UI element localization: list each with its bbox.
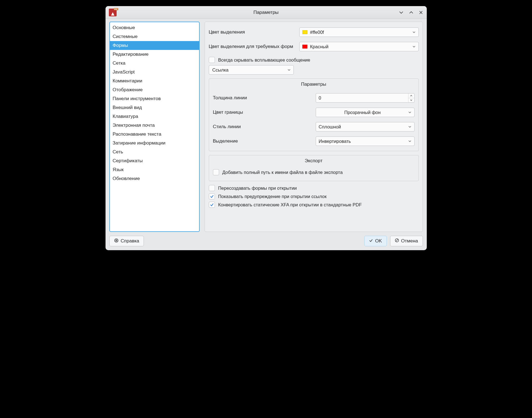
chevron-down-icon xyxy=(287,68,291,72)
content-panel: Цвет выделения #ffe00f Цвет выделения дл… xyxy=(205,22,423,232)
highlight-mode-value: Инвертировать xyxy=(319,139,351,144)
hide-popup-label: Всегда скрывать всплывающее сообщение xyxy=(218,57,310,63)
convert-xfa-checkbox[interactable] xyxy=(209,202,215,208)
chevron-down-icon xyxy=(408,111,411,114)
row-export-fullpath: Добавить полный путь к имени файла в фай… xyxy=(213,169,415,175)
row-border-color: Цвет границы Прозрачный фон xyxy=(213,108,415,117)
settings-window: Параметры Основные Системные Формы Редак… xyxy=(106,6,427,250)
app-icon xyxy=(109,9,117,16)
minimize-icon[interactable] xyxy=(399,10,403,15)
window-title: Параметры xyxy=(106,10,427,15)
sidebar-item-redaction[interactable]: Затирание информации xyxy=(110,139,199,148)
dialog-footer: Справка OK Отмена xyxy=(106,232,427,250)
sidebar-item-forms[interactable]: Формы xyxy=(110,41,199,50)
chevron-down-icon xyxy=(408,140,411,143)
help-label: Справка xyxy=(121,238,139,244)
dialog-body: Основные Системные Формы Редактирование … xyxy=(106,19,427,232)
sidebar-item-editing[interactable]: Редактирование xyxy=(110,50,199,59)
ok-button[interactable]: OK xyxy=(364,236,387,246)
close-icon[interactable] xyxy=(419,11,423,14)
sidebar-item-language[interactable]: Язык xyxy=(110,165,199,174)
step-up-icon[interactable] xyxy=(408,93,414,98)
parameters-group: Параметры Толщина линии 0 Цвет границы xyxy=(209,78,419,151)
sidebar-item-toolbars[interactable]: Панели инструментов xyxy=(110,94,199,103)
recreate-on-open-checkbox[interactable] xyxy=(209,185,215,191)
parameters-group-title: Параметры xyxy=(213,79,415,91)
line-style-combo[interactable]: Сплошной xyxy=(316,122,415,131)
export-group-title: Экспорт xyxy=(213,156,415,168)
sidebar-item-display[interactable]: Отображение xyxy=(110,85,199,94)
required-highlight-label: Цвет выделения для требуемых форм xyxy=(209,44,297,49)
recreate-on-open-label: Пересоздавать формы при открытии xyxy=(218,186,297,191)
sidebar: Основные Системные Формы Редактирование … xyxy=(109,22,200,232)
help-icon xyxy=(114,238,119,244)
warn-links-label: Показывать предупреждение при открытии с… xyxy=(218,194,327,199)
link-type-value: Ссылка xyxy=(212,67,229,73)
sidebar-item-javascript[interactable]: JavaScript xyxy=(110,68,199,77)
sidebar-item-comments[interactable]: Комментарии xyxy=(110,77,199,85)
cancel-icon xyxy=(395,238,399,244)
ok-label: OK xyxy=(375,238,382,244)
window-controls xyxy=(399,10,423,15)
export-fullpath-label: Добавить полный путь к имени файла в фай… xyxy=(222,170,343,175)
border-color-combo[interactable]: Прозрачный фон xyxy=(316,108,415,117)
link-type-combo[interactable]: Ссылка xyxy=(209,65,294,75)
hide-popup-checkbox[interactable] xyxy=(209,57,215,63)
sidebar-item-appearance[interactable]: Внешний вид xyxy=(110,103,199,112)
sidebar-item-system[interactable]: Системные xyxy=(110,32,199,41)
row-required-highlight: Цвет выделения для требуемых форм Красны… xyxy=(209,42,419,51)
sidebar-item-update[interactable]: Обновление xyxy=(110,174,199,183)
row-highlight-color: Цвет выделения #ffe00f xyxy=(209,27,419,37)
step-down-icon[interactable] xyxy=(408,98,414,103)
titlebar: Параметры xyxy=(106,6,427,19)
sidebar-item-keyboard[interactable]: Клавиатура xyxy=(110,112,199,121)
line-style-value: Сплошной xyxy=(319,124,341,130)
maximize-icon[interactable] xyxy=(409,10,413,15)
line-width-stepper xyxy=(408,93,414,102)
highlight-mode-combo[interactable]: Инвертировать xyxy=(316,136,415,146)
required-highlight-swatch xyxy=(302,45,307,49)
highlight-color-swatch xyxy=(302,30,307,34)
required-highlight-value: Красный xyxy=(310,44,328,49)
sidebar-item-network[interactable]: Сеть xyxy=(110,148,199,156)
chevron-down-icon xyxy=(412,45,416,48)
line-width-label: Толщина линии xyxy=(213,95,313,101)
row-line-style: Стиль линии Сплошной xyxy=(213,122,415,131)
sidebar-item-certificates[interactable]: Сертификаты xyxy=(110,156,199,165)
required-highlight-combo[interactable]: Красный xyxy=(299,42,419,51)
sidebar-item-email[interactable]: Электронная почта xyxy=(110,121,199,130)
check-icon xyxy=(369,238,373,244)
row-warn-links: Показывать предупреждение при открытии с… xyxy=(209,193,419,199)
highlight-color-value: #ffe00f xyxy=(310,30,324,35)
line-width-value: 0 xyxy=(319,95,321,101)
convert-xfa-label: Конвертировать статические XFA при откры… xyxy=(218,202,362,207)
cancel-label: Отмена xyxy=(401,238,418,244)
row-convert-xfa: Конвертировать статические XFA при откры… xyxy=(209,202,419,208)
highlight-mode-label: Выделение xyxy=(213,138,313,144)
border-color-value: Прозрачный фон xyxy=(344,110,381,115)
chevron-down-icon xyxy=(408,125,411,128)
highlight-color-label: Цвет выделения xyxy=(209,29,297,35)
export-group: Экспорт Добавить полный путь к имени фай… xyxy=(209,155,419,181)
help-button[interactable]: Справка xyxy=(109,236,144,246)
export-fullpath-checkbox[interactable] xyxy=(213,169,219,175)
footer-right-group: OK Отмена xyxy=(364,236,423,246)
row-line-width: Толщина линии 0 xyxy=(213,93,415,103)
warn-links-checkbox[interactable] xyxy=(209,193,215,199)
row-hide-popup: Всегда скрывать всплывающее сообщение xyxy=(209,57,419,63)
sidebar-item-general[interactable]: Основные xyxy=(110,23,199,32)
sidebar-item-grid[interactable]: Сетка xyxy=(110,59,199,68)
line-style-label: Стиль линии xyxy=(213,124,313,130)
line-width-input[interactable]: 0 xyxy=(316,93,415,103)
row-highlight-mode: Выделение Инвертировать xyxy=(213,136,415,146)
sidebar-item-ocr[interactable]: Распознавание текста xyxy=(110,130,199,139)
row-recreate-on-open: Пересоздавать формы при открытии xyxy=(209,185,419,191)
svg-line-2 xyxy=(396,239,398,242)
highlight-color-combo[interactable]: #ffe00f xyxy=(299,27,419,37)
cancel-button[interactable]: Отмена xyxy=(390,236,423,246)
chevron-down-icon xyxy=(412,31,416,34)
border-color-label: Цвет границы xyxy=(213,110,313,115)
